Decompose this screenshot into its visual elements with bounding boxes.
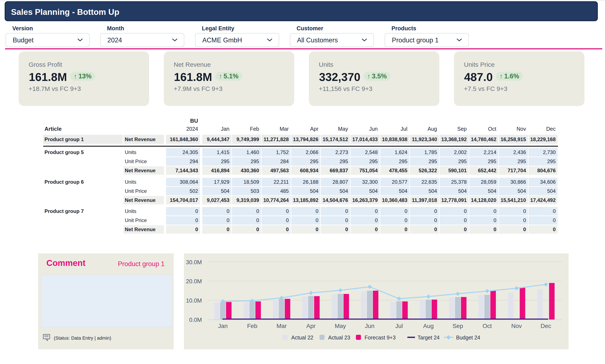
svg-text:Target 24: Target 24 [418, 335, 439, 340]
svg-text:10.0M: 10.0M [186, 298, 202, 304]
svg-text:Sep: Sep [452, 323, 463, 329]
svg-text:Oct: Oct [483, 323, 492, 329]
svg-text:30.0M: 30.0M [186, 259, 202, 265]
svg-text:20.0M: 20.0M [186, 278, 202, 285]
svg-text:Forecast 9+3: Forecast 9+3 [365, 335, 396, 340]
svg-text:0.0M: 0.0M [189, 317, 202, 323]
svg-text:Apr: Apr [306, 323, 316, 329]
svg-text:Feb: Feb [247, 323, 257, 329]
svg-text:Dec: Dec [541, 323, 551, 329]
svg-text:Actual 22: Actual 22 [291, 335, 313, 340]
svg-text:Budget 24: Budget 24 [456, 335, 480, 340]
svg-text:May: May [335, 323, 346, 329]
svg-text:Jan: Jan [218, 323, 228, 329]
svg-text:Aug: Aug [423, 323, 434, 329]
svg-text:Jul: Jul [395, 323, 403, 329]
svg-text:Mar: Mar [276, 323, 287, 329]
svg-text:Actual 23: Actual 23 [328, 335, 350, 340]
svg-text:Nov: Nov [511, 323, 522, 329]
svg-text:Jun: Jun [365, 323, 374, 329]
